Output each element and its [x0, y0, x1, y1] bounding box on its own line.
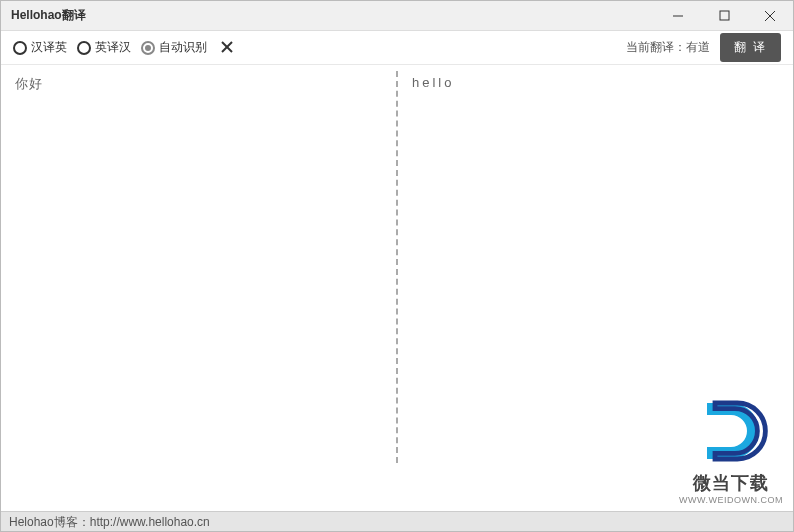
source-text: 你好: [15, 76, 43, 91]
mode-radio-group: 汉译英 英译汉 自动识别: [13, 39, 207, 56]
radio-icon: [77, 41, 91, 55]
maximize-icon: [719, 10, 730, 21]
content-area: 你好 hello 微当下载 WWW.WEIDOWN.COM: [1, 65, 793, 513]
svg-rect-1: [720, 11, 729, 20]
toolbar: 汉译英 英译汉 自动识别 当前翻译：有道 翻 译: [1, 31, 793, 65]
engine-label: 当前翻译：有道: [626, 39, 710, 56]
radio-icon: [141, 41, 155, 55]
radio-cn-to-en[interactable]: 汉译英: [13, 39, 67, 56]
window-controls: [655, 1, 793, 31]
status-text: Helohao博客：http://www.hellohao.cn: [9, 515, 210, 529]
translate-button[interactable]: 翻 译: [720, 33, 781, 62]
maximize-button[interactable]: [701, 1, 747, 31]
clear-button[interactable]: [221, 40, 233, 56]
target-pane: hello: [398, 65, 793, 513]
statusbar: Helohao博客：http://www.hellohao.cn: [1, 511, 793, 531]
radio-label: 汉译英: [31, 39, 67, 56]
close-button[interactable]: [747, 1, 793, 31]
close-icon: [221, 41, 233, 53]
close-icon: [764, 10, 776, 22]
window-title: Hellohao翻译: [11, 7, 86, 24]
titlebar: Hellohao翻译: [1, 1, 793, 31]
radio-label: 自动识别: [159, 39, 207, 56]
minimize-button[interactable]: [655, 1, 701, 31]
minimize-icon: [672, 10, 684, 22]
radio-icon: [13, 41, 27, 55]
radio-auto-detect[interactable]: 自动识别: [141, 39, 207, 56]
source-pane[interactable]: 你好: [1, 65, 396, 513]
radio-en-to-cn[interactable]: 英译汉: [77, 39, 131, 56]
target-text: hello: [412, 75, 454, 90]
radio-label: 英译汉: [95, 39, 131, 56]
